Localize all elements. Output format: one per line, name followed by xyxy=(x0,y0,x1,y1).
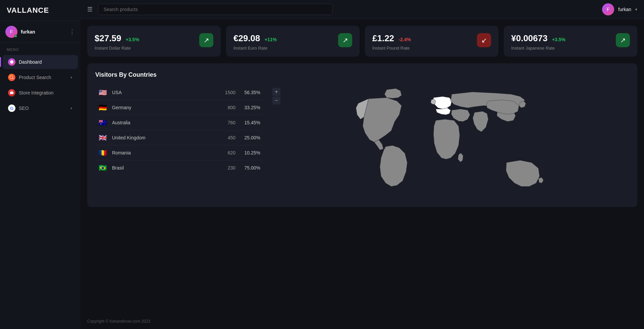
country-name-brasil: Brasil xyxy=(112,165,214,171)
map-controls: + − xyxy=(272,88,280,105)
sidebar-menu-label: Menü xyxy=(0,43,80,54)
dollar-trend-icon: ↗ xyxy=(199,33,213,47)
country-table: 🇺🇸 USA 1500 56.35% 🇩🇪 Germany 800 33.25%… xyxy=(95,85,263,199)
dollar-label: İnstant Dollar Rate xyxy=(95,46,139,51)
topbar-username: furkan xyxy=(618,7,631,12)
menu-icon[interactable]: ☰ xyxy=(87,6,93,13)
svg-point-0 xyxy=(10,60,13,64)
sidebar-item-seo[interactable]: G SEO ▾ xyxy=(3,101,78,115)
country-name-romania: Romania xyxy=(112,150,214,155)
chevron-down-icon: ▾ xyxy=(70,106,72,111)
country-count-brasil: 230 xyxy=(219,165,235,171)
country-row-uk: 🇬🇧 United Kingdom 450 25.00% xyxy=(95,130,263,145)
country-name-usa: USA xyxy=(112,90,214,95)
seo-icon: G xyxy=(8,105,15,112)
euro-value: €29.08 +11% xyxy=(233,33,277,44)
yen-label: İnstant Japanese Rate xyxy=(511,46,566,51)
app-logo: VALLANCE xyxy=(0,0,80,21)
sidebar-item-label: Dashboard xyxy=(19,59,42,65)
store-integration-icon xyxy=(8,89,15,96)
sidebar-username: furkan xyxy=(21,29,69,35)
country-row-germany: 🇩🇪 Germany 800 33.25% xyxy=(95,100,263,115)
yen-value: ¥0.00673 +3.5% xyxy=(511,33,566,44)
avatar: F xyxy=(5,26,17,38)
svg-rect-3 xyxy=(10,92,13,94)
country-count-australia: 760 xyxy=(219,120,235,125)
search-input[interactable] xyxy=(98,4,333,15)
map-content: 🇺🇸 USA 1500 56.35% 🇩🇪 Germany 800 33.25%… xyxy=(95,85,629,199)
sidebar-options-button[interactable]: ⋮ xyxy=(69,28,75,36)
country-name-australia: Australia xyxy=(112,120,214,125)
topbar-avatar: F xyxy=(602,3,614,15)
main-area: ☰ F furkan ▾ $27.59 +3.5% İnstant Dollar… xyxy=(80,0,644,329)
country-count-romania: 620 xyxy=(219,150,235,155)
country-count-usa: 1500 xyxy=(219,90,235,95)
rate-card-pound: £1.22 -2.4% İnstant Pound Rate ↙ xyxy=(365,26,498,57)
pound-trend-icon: ↙ xyxy=(477,33,491,47)
flag-usa: 🇺🇸 xyxy=(98,89,107,96)
chevron-down-icon: ▾ xyxy=(70,75,72,80)
topbar: ☰ F furkan ▾ xyxy=(80,0,644,19)
visitors-title: Visitors By Countries xyxy=(95,71,629,78)
visitors-section: Visitors By Countries 🇺🇸 USA 1500 56.35%… xyxy=(87,63,637,207)
footer: Copyright © furkandincer.com 2023 xyxy=(80,314,644,329)
flag-germany: 🇩🇪 xyxy=(98,104,107,111)
flag-brasil: 🇧🇷 xyxy=(98,164,107,171)
sidebar-item-label: Store Integration xyxy=(19,90,54,95)
flag-romania: 🇷🇴 xyxy=(98,149,107,156)
product-search-icon xyxy=(8,74,15,81)
country-count-germany: 800 xyxy=(219,105,235,110)
euro-change: +11% xyxy=(265,37,277,42)
country-pct-brasil: 75.00% xyxy=(240,165,260,171)
country-pct-germany: 33.25% xyxy=(240,105,260,110)
sidebar-item-store-integration[interactable]: Store Integration xyxy=(3,86,78,100)
svg-line-2 xyxy=(13,78,14,79)
map-zoom-out-button[interactable]: − xyxy=(272,96,280,105)
avatar-initials: F xyxy=(10,29,13,35)
flag-uk: 🇬🇧 xyxy=(98,134,107,141)
world-map xyxy=(270,85,629,199)
world-map-container: + − xyxy=(270,85,629,199)
rate-card-euro-info: €29.08 +11% İnstant Euro Rate xyxy=(233,33,277,51)
copyright: Copyright © furkandincer.com 2023 xyxy=(87,319,150,324)
country-row-usa: 🇺🇸 USA 1500 56.35% xyxy=(95,85,263,100)
country-name-uk: United Kingdom xyxy=(112,135,214,140)
flag-australia: 🇦🇺 xyxy=(98,119,107,126)
sidebar-item-label: Product Search xyxy=(19,75,51,80)
avatar-online-dot xyxy=(14,35,17,38)
sidebar-item-product-search[interactable]: Product Search ▾ xyxy=(3,70,78,84)
rate-card-dollar-info: $27.59 +3.5% İnstant Dollar Rate xyxy=(95,33,139,51)
country-pct-australia: 15.45% xyxy=(240,120,260,125)
euro-trend-icon: ↗ xyxy=(338,33,352,47)
country-pct-uk: 25.00% xyxy=(240,135,260,140)
yen-trend-icon: ↗ xyxy=(616,33,630,47)
sidebar-item-label: SEO xyxy=(19,106,29,111)
dollar-change: +3.5% xyxy=(126,37,139,42)
country-name-germany: Germany xyxy=(112,105,214,110)
country-pct-romania: 10.25% xyxy=(240,150,260,155)
pound-value: £1.22 -2.4% xyxy=(372,33,411,44)
map-zoom-in-button[interactable]: + xyxy=(272,88,280,96)
country-row-australia: 🇦🇺 Australia 760 15.45% xyxy=(95,115,263,130)
sidebar-item-dashboard[interactable]: Dashboard xyxy=(3,55,78,69)
rate-card-yen: ¥0.00673 +3.5% İnstant Japanese Rate ↗ xyxy=(504,26,637,57)
country-pct-usa: 56.35% xyxy=(240,90,260,95)
euro-label: İnstant Euro Rate xyxy=(233,46,277,51)
topbar-right: F furkan ▾ xyxy=(602,3,637,15)
country-count-uk: 450 xyxy=(219,135,235,140)
sidebar: VALLANCE F furkan ⋮ Menü Dashboard Produ… xyxy=(0,0,80,329)
topbar-chevron-icon: ▾ xyxy=(635,7,637,12)
pound-label: İnstant Pound Rate xyxy=(372,46,411,51)
country-row-romania: 🇷🇴 Romania 620 10.25% xyxy=(95,145,263,160)
dollar-value: $27.59 +3.5% xyxy=(95,33,139,44)
rate-card-dollar: $27.59 +3.5% İnstant Dollar Rate ↗ xyxy=(87,26,221,57)
yen-change: +3.5% xyxy=(552,37,566,42)
rate-card-euro: €29.08 +11% İnstant Euro Rate ↗ xyxy=(226,26,360,57)
country-row-brasil: 🇧🇷 Brasil 230 75.00% xyxy=(95,160,263,175)
rate-cards: $27.59 +3.5% İnstant Dollar Rate ↗ €29.0… xyxy=(87,26,637,57)
sidebar-user: F furkan ⋮ xyxy=(0,21,80,43)
svg-point-1 xyxy=(10,76,13,79)
rate-card-pound-info: £1.22 -2.4% İnstant Pound Rate xyxy=(372,33,411,51)
main-content: $27.59 +3.5% İnstant Dollar Rate ↗ €29.0… xyxy=(80,19,644,314)
dashboard-icon xyxy=(8,58,15,66)
